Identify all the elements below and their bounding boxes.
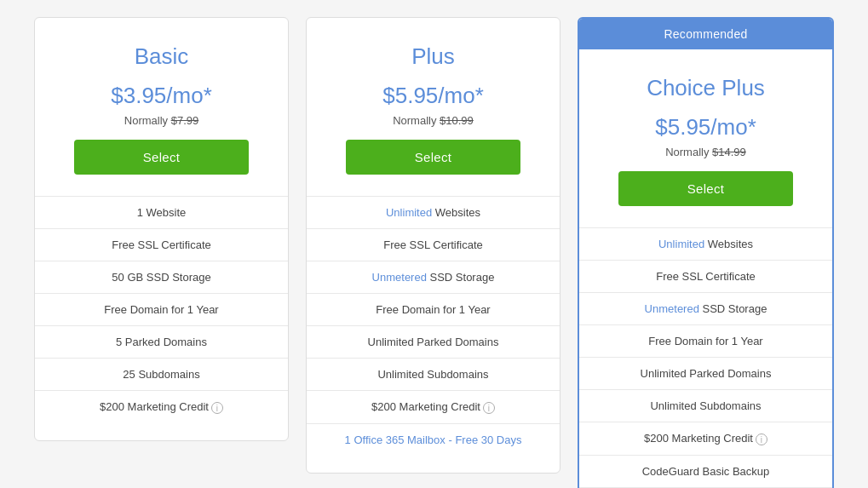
feature-item-plus-6: $200 Marketing Crediti — [307, 390, 560, 423]
plan-name-plus: Plus — [324, 43, 543, 70]
plan-strikethrough-plus: $10.99 — [440, 114, 474, 127]
plan-header-choice-plus: Choice Plus $5.95/mo* Normally $14.99 Se… — [579, 49, 832, 219]
plan-price-basic: $3.95/mo* — [52, 83, 271, 109]
feature-item-plus-0: Unlimited Websites — [307, 196, 560, 228]
feature-item-basic-4: 5 Parked Domains — [35, 325, 288, 358]
select-button-choice-plus[interactable]: Select — [618, 171, 794, 206]
plan-header-plus: Plus $5.95/mo* Normally $10.99 Select — [307, 18, 560, 187]
select-button-basic[interactable]: Select — [74, 140, 250, 175]
select-button-plus[interactable]: Select — [346, 140, 521, 175]
feature-item-plus-4: Unlimited Parked Domains — [307, 325, 560, 358]
feature-item-plus-3: Free Domain for 1 Year — [307, 293, 560, 325]
plan-price-choice-plus: $5.95/mo* — [596, 114, 815, 141]
plan-normal-price-basic: Normally $7.99 — [52, 114, 271, 127]
plan-normal-price-plus: Normally $10.99 — [324, 114, 543, 127]
feature-item-plus-2: Unmetered SSD Storage — [307, 261, 560, 293]
feature-item-choice-plus-4: Unlimited Parked Domains — [579, 357, 832, 389]
info-icon-choice-plus-6[interactable]: i — [756, 433, 767, 445]
plan-name-choice-plus: Choice Plus — [596, 75, 815, 101]
plan-strikethrough-choice-plus: $14.99 — [712, 146, 746, 158]
feature-highlight-plus-0: Unlimited — [386, 206, 432, 219]
plan-normal-price-choice-plus: Normally $14.99 — [596, 146, 815, 158]
features-list-plus: Unlimited WebsitesFree SSL CertificateUn… — [307, 196, 560, 456]
feature-highlight-plus-2: Unmetered — [372, 271, 427, 284]
plan-card-basic: Basic $3.95/mo* Normally $7.99 Select 1 … — [34, 17, 289, 441]
feature-item-plus-5: Unlimited Subdomains — [307, 358, 560, 390]
feature-item-choice-plus-2: Unmetered SSD Storage — [579, 292, 832, 324]
feature-item-basic-0: 1 Website — [35, 196, 288, 228]
feature-item-plus-1: Free SSL Certificate — [307, 228, 560, 261]
info-icon-plus-6[interactable]: i — [483, 402, 495, 414]
plan-name-basic: Basic — [52, 43, 271, 70]
feature-item-plus-7: 1 Office 365 Mailbox - Free 30 Days — [307, 423, 560, 456]
features-list-choice-plus: Unlimited WebsitesFree SSL CertificateUn… — [579, 227, 832, 488]
features-list-basic: 1 WebsiteFree SSL Certificate50 GB SSD S… — [35, 196, 288, 423]
feature-item-choice-plus-5: Unlimited Subdomains — [579, 389, 832, 422]
plan-card-plus: Plus $5.95/mo* Normally $10.99 Select Un… — [306, 17, 560, 474]
feature-item-choice-plus-1: Free SSL Certificate — [579, 260, 832, 292]
feature-item-basic-6: $200 Marketing Crediti — [35, 390, 288, 423]
plan-header-basic: Basic $3.95/mo* Normally $7.99 Select — [35, 18, 288, 187]
feature-highlight-choice-plus-0: Unlimited — [658, 238, 704, 250]
feature-item-basic-2: 50 GB SSD Storage — [35, 261, 288, 293]
feature-item-choice-plus-7: CodeGuard Basic Backup — [579, 455, 832, 487]
plan-price-plus: $5.95/mo* — [324, 83, 543, 109]
plan-card-choice-plus: Recommended Choice Plus $5.95/mo* Normal… — [578, 17, 834, 488]
feature-highlight-choice-plus-2: Unmetered — [645, 302, 699, 315]
info-icon-basic-6[interactable]: i — [211, 402, 223, 414]
plan-strikethrough-basic: $7.99 — [171, 114, 199, 127]
plans-container: Basic $3.95/mo* Normally $7.99 Select 1 … — [26, 17, 842, 488]
feature-item-choice-plus-3: Free Domain for 1 Year — [579, 324, 832, 357]
feature-item-basic-1: Free SSL Certificate — [35, 228, 288, 261]
recommended-badge: Recommended — [579, 19, 832, 49]
feature-item-basic-5: 25 Subdomains — [35, 358, 288, 390]
feature-item-choice-plus-0: Unlimited Websites — [579, 227, 832, 260]
feature-item-choice-plus-6: $200 Marketing Crediti — [579, 422, 832, 455]
feature-item-basic-3: Free Domain for 1 Year — [35, 293, 288, 325]
